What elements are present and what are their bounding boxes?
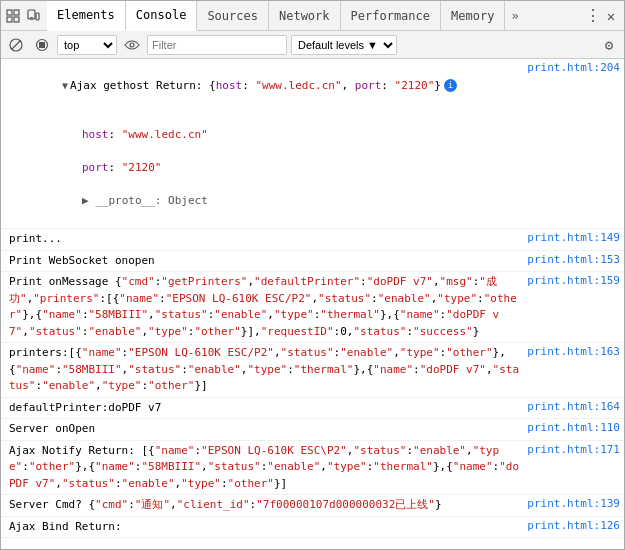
log-message: ▼{bind: 3, seller_id: 3, cmd: "login", c… [9, 540, 620, 550]
log-level-selector[interactable]: Default levels ▼ [291, 35, 397, 55]
svg-rect-0 [7, 10, 12, 15]
tab-sources[interactable]: Sources [197, 1, 269, 31]
tab-performance[interactable]: Performance [341, 1, 441, 31]
tab-elements[interactable]: Elements [47, 1, 126, 31]
svg-point-11 [130, 43, 134, 47]
log-source[interactable]: print.html:159 [519, 274, 620, 287]
devtools-menu-button[interactable]: ⋮ [584, 7, 602, 25]
log-entry: printers:[{"name":"EPSON LQ-610K ESC/P2"… [1, 343, 624, 398]
log-message: ▼Ajax gethost Return: {host: "www.ledc.c… [9, 61, 519, 226]
log-entry: Server onOpen print.html:110 [1, 419, 624, 441]
log-source[interactable]: print.html:171 [519, 443, 620, 456]
inspect-icon[interactable] [5, 8, 21, 24]
log-source[interactable]: print.html:204 [519, 61, 620, 74]
log-message: print... [9, 231, 519, 248]
console-toolbar: top Default levels ▼ ⚙ [1, 31, 624, 59]
log-entry: Ajax Notify Return: [{"name":"EPSON LQ-6… [1, 441, 624, 496]
log-source[interactable]: print.html:149 [519, 231, 620, 244]
log-source[interactable]: print.html:110 [519, 421, 620, 434]
log-message: defaultPrinter:doPDF v7 [9, 400, 519, 417]
svg-rect-3 [14, 17, 19, 22]
svg-rect-2 [14, 10, 19, 15]
svg-rect-6 [36, 13, 39, 20]
log-entry: Ajax Bind Return: print.html:126 [1, 517, 624, 539]
devtools-close-button[interactable]: ✕ [602, 7, 620, 25]
clear-console-button[interactable] [5, 34, 27, 56]
log-entry: print... print.html:149 [1, 229, 624, 251]
log-entry: Print onMessage {"cmd":"getPrinters","de… [1, 272, 624, 343]
log-message: Print onMessage {"cmd":"getPrinters","de… [9, 274, 519, 340]
log-source[interactable]: print.html:163 [519, 345, 620, 358]
log-source[interactable]: print.html:164 [519, 400, 620, 413]
log-entry: Print WebSocket onopen print.html:153 [1, 251, 624, 273]
tab-memory[interactable]: Memory [441, 1, 505, 31]
tab-bar: Elements Console Sources Network Perform… [1, 1, 624, 31]
device-icon[interactable] [25, 8, 41, 24]
log-source[interactable]: print.html:153 [519, 253, 620, 266]
console-output[interactable]: ▼Ajax gethost Return: {host: "www.ledc.c… [1, 59, 624, 550]
log-source[interactable]: print.html:126 [519, 519, 620, 532]
devtools-icons [5, 8, 41, 24]
console-container: ▼Ajax gethost Return: {host: "www.ledc.c… [1, 59, 624, 550]
expand-arrow[interactable]: ▼ [62, 80, 68, 91]
tab-console[interactable]: Console [126, 1, 198, 31]
context-selector[interactable]: top [57, 35, 117, 55]
log-message: printers:[{"name":"EPSON LQ-610K ESC/P2"… [9, 345, 519, 395]
svg-line-8 [12, 40, 21, 49]
log-message: Ajax Notify Return: [{"name":"EPSON LQ-6… [9, 443, 519, 493]
log-entry: defaultPrinter:doPDF v7 print.html:164 [1, 398, 624, 420]
svg-rect-1 [7, 17, 12, 22]
svg-rect-10 [39, 42, 45, 48]
log-entry: ▼Ajax gethost Return: {host: "www.ledc.c… [1, 59, 624, 229]
settings-icon[interactable]: ⚙ [598, 34, 620, 56]
svg-rect-5 [30, 17, 33, 19]
filter-input[interactable] [147, 35, 287, 55]
eye-icon[interactable] [121, 34, 143, 56]
tab-network[interactable]: Network [269, 1, 341, 31]
log-message: Server Cmd? {"cmd":"通知","client_id":"7f0… [9, 497, 519, 514]
log-message: Server onOpen [9, 421, 519, 438]
log-entry: ▼{bind: 3, seller_id: 3, cmd: "login", c… [1, 538, 624, 550]
stop-button[interactable] [31, 34, 53, 56]
info-icon[interactable]: i [444, 79, 457, 92]
log-message: Ajax Bind Return: [9, 519, 519, 536]
tab-overflow[interactable]: » [505, 9, 524, 23]
log-source[interactable]: print.html:139 [519, 497, 620, 510]
log-message: Print WebSocket onopen [9, 253, 519, 270]
log-entry: Server Cmd? {"cmd":"通知","client_id":"7f0… [1, 495, 624, 517]
